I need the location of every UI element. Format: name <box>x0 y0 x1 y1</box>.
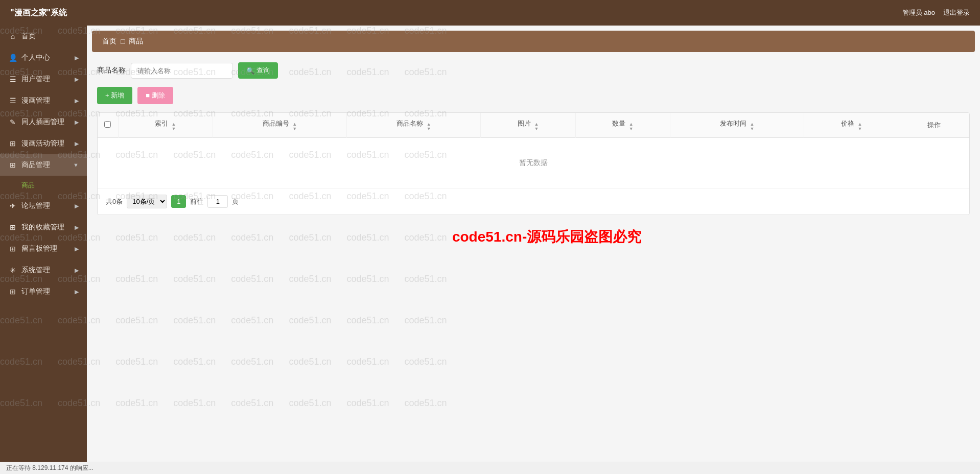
chevron-icon-manga: ▶ <box>75 98 79 104</box>
col-product-name: 商品名称 ▲▼ <box>347 113 481 138</box>
sidebar-item-collection-mgmt[interactable]: ⊞ 我的收藏管理 ▶ <box>0 217 87 238</box>
sort-publish-time: ▲▼ <box>750 122 755 131</box>
chevron-icon-system: ▶ <box>75 267 79 274</box>
col-index: 索引 ▲▼ <box>118 113 213 138</box>
sidebar-item-guestbook-mgmt[interactable]: ⊞ 留言板管理 ▶ <box>0 238 87 259</box>
total-count: 共0条 <box>106 197 123 206</box>
sidebar-label-goods-mgmt: 商品管理 <box>21 160 50 170</box>
sidebar-label-home: 首页 <box>21 32 36 41</box>
collection-mgmt-icon: ⊞ <box>8 223 17 231</box>
guestbook-mgmt-icon: ⊞ <box>8 245 17 253</box>
sort-quantity: ▲▼ <box>629 122 634 131</box>
goods-mgmt-icon: ⊞ <box>8 161 17 169</box>
sidebar-label-collection-mgmt: 我的收藏管理 <box>21 223 64 232</box>
sidebar-item-activity-mgmt[interactable]: ⊞ 漫画活动管理 ▶ <box>0 133 87 154</box>
chevron-icon-order: ▶ <box>75 289 79 295</box>
empty-row: 暂无数据 <box>98 138 969 188</box>
breadcrumb-home[interactable]: 首页 <box>102 37 116 46</box>
sidebar-item-system-mgmt[interactable]: ✳ 系统管理 ▶ <box>0 259 87 281</box>
username-label: 管理员 abo <box>902 8 935 17</box>
sort-price: ▲▼ <box>857 122 862 131</box>
sidebar-item-user-mgmt[interactable]: ☰ 用户管理 ▶ <box>0 68 87 90</box>
search-icon: 🔍 <box>246 67 254 75</box>
chevron-icon-author: ▶ <box>75 119 79 126</box>
breadcrumb-current: 商品 <box>129 37 143 46</box>
forum-mgmt-icon: ✈ <box>8 202 17 210</box>
table-wrapper: 索引 ▲▼ 商品编号 ▲▼ 商品名称 ▲▼ <box>97 112 970 215</box>
home-icon: ⌂ <box>8 32 17 40</box>
breadcrumb-separator: □ <box>121 37 125 45</box>
layout: ⌂ 首页 👤 个人中心 ▶ ☰ 用户管理 ▶ ☰ 漫画管理 ▶ <box>0 26 980 462</box>
sidebar-label-user-mgmt: 用户管理 <box>21 75 50 84</box>
sidebar-label-manga-mgmt: 漫画管理 <box>21 96 50 105</box>
app-title: "漫画之家"系统 <box>10 8 67 18</box>
search-label: 商品名称 <box>97 66 126 75</box>
sidebar-label-goods-sub: 商品 <box>21 181 35 189</box>
chevron-icon-forum: ▶ <box>75 203 79 209</box>
search-button[interactable]: 🔍 查询 <box>238 62 278 79</box>
sidebar-item-order-mgmt[interactable]: ⊞ 订单管理 ▶ <box>0 281 87 302</box>
sidebar-item-forum-mgmt[interactable]: ✈ 论坛管理 ▶ <box>0 195 87 217</box>
profile-icon: 👤 <box>8 54 17 62</box>
chevron-icon-goods: ▼ <box>73 162 79 168</box>
action-row: + 新增 ■ 删除 <box>97 87 970 104</box>
sidebar-item-author-mgmt[interactable]: ✎ 同人插画管理 ▶ <box>0 111 87 133</box>
breadcrumb: 首页 □ 商品 <box>92 31 975 52</box>
col-quantity: 数量 ▲▼ <box>575 113 670 138</box>
per-page-select[interactable]: 10条/页 20条/页 50条/页 <box>127 195 167 208</box>
chevron-icon-activity: ▶ <box>75 140 79 147</box>
sidebar: ⌂ 首页 👤 个人中心 ▶ ☰ 用户管理 ▶ ☰ 漫画管理 ▶ <box>0 26 87 462</box>
header-right: 管理员 abo 退出登录 <box>902 8 970 17</box>
sort-index: ▲▼ <box>172 122 176 131</box>
col-price: 价格 ▲▼ <box>804 113 899 138</box>
page-unit: 页 <box>232 197 239 206</box>
select-all-checkbox[interactable] <box>104 121 111 128</box>
content-area: 商品名称 🔍 查询 + 新增 ■ 删除 <box>87 57 980 220</box>
col-publish-time: 发布时间 ▲▼ <box>670 113 804 138</box>
logout-link[interactable]: 退出登录 <box>943 8 970 17</box>
manga-mgmt-icon: ☰ <box>8 97 17 105</box>
order-mgmt-icon: ⊞ <box>8 288 17 296</box>
goods-table: 索引 ▲▼ 商品编号 ▲▼ 商品名称 ▲▼ <box>98 113 969 188</box>
sidebar-label-profile: 个人中心 <box>21 53 50 62</box>
user-mgmt-icon: ☰ <box>8 75 17 83</box>
sort-image: ▲▼ <box>534 122 539 131</box>
delete-button[interactable]: ■ 删除 <box>137 87 173 104</box>
sidebar-label-author-mgmt: 同人插画管理 <box>21 117 64 127</box>
chevron-icon-user: ▶ <box>75 76 79 83</box>
add-button[interactable]: + 新增 <box>97 87 132 104</box>
goto-input[interactable] <box>207 195 228 208</box>
search-input[interactable] <box>131 63 233 79</box>
search-button-label: 查询 <box>256 66 270 75</box>
chevron-icon-collection: ▶ <box>75 224 79 231</box>
sidebar-label-guestbook-mgmt: 留言板管理 <box>21 244 57 253</box>
chevron-icon-profile: ▶ <box>75 55 79 61</box>
sidebar-label-system-mgmt: 系统管理 <box>21 266 50 275</box>
search-row: 商品名称 🔍 查询 <box>97 62 970 79</box>
sidebar-item-goods-sub[interactable]: 商品 <box>0 176 87 195</box>
header: "漫画之家"系统 管理员 abo 退出登录 <box>0 0 980 26</box>
page-btn-1[interactable]: 1 <box>171 195 186 208</box>
author-mgmt-icon: ✎ <box>8 118 17 126</box>
sidebar-label-forum-mgmt: 论坛管理 <box>21 201 50 210</box>
sort-product-no: ▲▼ <box>292 122 297 131</box>
status-bar: 正在等待 8.129.11.174 的响应... <box>0 462 980 474</box>
empty-text: 暂无数据 <box>98 138 969 188</box>
main-content: 首页 □ 商品 商品名称 🔍 查询 + 新增 ■ 删除 <box>87 26 980 462</box>
col-actions: 操作 <box>899 113 969 138</box>
sidebar-item-home[interactable]: ⌂ 首页 <box>0 26 87 47</box>
chevron-icon-guestbook: ▶ <box>75 246 79 252</box>
system-mgmt-icon: ✳ <box>8 266 17 274</box>
sidebar-label-order-mgmt: 订单管理 <box>21 287 50 296</box>
sidebar-item-manga-mgmt[interactable]: ☰ 漫画管理 ▶ <box>0 90 87 111</box>
sort-product-name: ▲▼ <box>427 122 431 131</box>
goto-label: 前往 <box>190 197 203 206</box>
sidebar-label-activity-mgmt: 漫画活动管理 <box>21 139 64 148</box>
sidebar-item-profile[interactable]: 👤 个人中心 ▶ <box>0 47 87 68</box>
col-product-no: 商品编号 ▲▼ <box>213 113 346 138</box>
status-text: 正在等待 8.129.11.174 的响应... <box>6 464 94 471</box>
col-image: 图片 ▲▼ <box>481 113 575 138</box>
activity-mgmt-icon: ⊞ <box>8 139 17 148</box>
sidebar-item-goods-mgmt[interactable]: ⊞ 商品管理 ▼ <box>0 154 87 176</box>
pagination: 共0条 10条/页 20条/页 50条/页 1 前往 页 <box>98 188 969 215</box>
